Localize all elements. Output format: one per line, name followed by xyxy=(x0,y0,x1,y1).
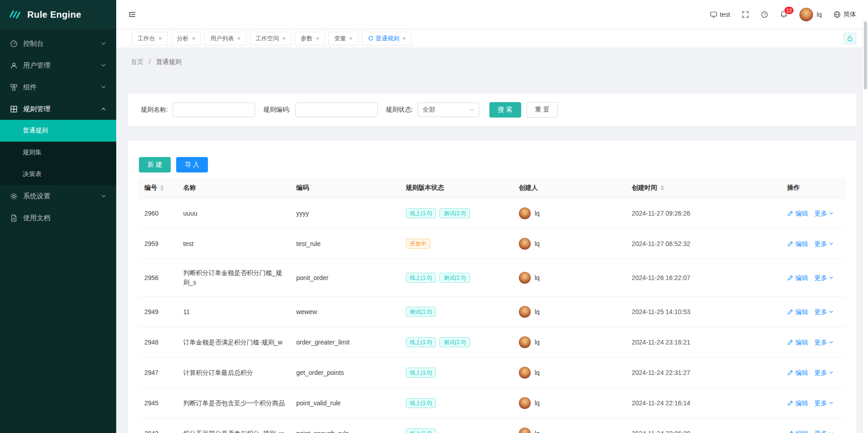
rule-name-input[interactable] xyxy=(173,103,255,117)
tab-workbench[interactable]: 工作台× xyxy=(132,32,168,45)
rule-version-tags: 测试(1.0) xyxy=(400,297,513,327)
tab-bar: 工作台×分析×用户列表×工作空间×参数×变量×普通规则× xyxy=(116,29,868,48)
sidebar-item-rule-management[interactable]: 规则管理 xyxy=(0,98,116,120)
rule-creator: lq xyxy=(513,358,626,388)
edit-link[interactable]: 编辑 xyxy=(787,368,808,378)
monitor-icon xyxy=(710,11,717,18)
new-button[interactable]: 新 建 xyxy=(139,157,171,172)
edit-link[interactable]: 编辑 xyxy=(787,399,808,408)
rule-name: uuuu xyxy=(178,198,291,229)
rule-name: 11 xyxy=(178,297,291,327)
avatar xyxy=(519,428,531,433)
sidebar-item-docs[interactable]: 使用文档 xyxy=(0,207,116,229)
tab-normal-rules[interactable]: 普通规则× xyxy=(362,32,412,45)
sidebar-item-console[interactable]: 控制台 xyxy=(0,33,116,54)
tab-user-list[interactable]: 用户列表× xyxy=(204,32,247,45)
edit-link[interactable]: 编辑 xyxy=(787,273,808,283)
notifications-button[interactable]: 12 xyxy=(780,10,788,18)
import-button[interactable]: 导 入 xyxy=(176,157,208,172)
edit-link[interactable]: 编辑 xyxy=(787,239,808,249)
edit-link[interactable]: 编辑 xyxy=(787,429,808,433)
edit-link[interactable]: 编辑 xyxy=(787,338,808,347)
search-button[interactable]: 搜 索 xyxy=(489,102,521,118)
actions-wrap: 编辑更多 xyxy=(787,368,840,378)
tab-analysis[interactable]: 分析× xyxy=(171,32,202,45)
actions-wrap: 编辑更多 xyxy=(787,307,840,317)
scrollbar-thumb[interactable] xyxy=(864,21,867,89)
row-actions: 编辑更多 xyxy=(782,418,845,433)
more-link[interactable]: 更多 xyxy=(814,209,833,218)
rule-code-field: 规则编码: xyxy=(263,103,378,117)
more-link[interactable]: 更多 xyxy=(814,239,833,249)
sidebar-item-rule-sets[interactable]: 规则集 xyxy=(0,142,116,163)
host-indicator[interactable]: test xyxy=(710,11,730,18)
menu-fold-icon[interactable] xyxy=(128,10,136,19)
close-icon[interactable]: × xyxy=(316,35,319,41)
created-time: 2024-11-26 16:22:07 xyxy=(626,259,782,297)
column-label: 创建人 xyxy=(519,184,538,192)
globe-icon xyxy=(833,11,841,18)
svg-text:?: ? xyxy=(764,12,766,17)
sidebar-item-decision-tables[interactable]: 决策表 xyxy=(0,163,116,185)
edit-link[interactable]: 编辑 xyxy=(787,209,808,218)
rule-version-tags: 线上(1.0)测试(2.0) xyxy=(400,327,513,358)
lock-icon[interactable] xyxy=(843,33,856,44)
sidebar-item-components[interactable]: 组件 xyxy=(0,76,116,98)
user-menu[interactable]: lq xyxy=(799,8,822,21)
more-link[interactable]: 更多 xyxy=(814,307,833,317)
chevron-down-icon xyxy=(469,108,474,113)
edit-link[interactable]: 编辑 xyxy=(787,307,808,317)
column-label: 名称 xyxy=(183,184,196,192)
user-avatar xyxy=(799,8,813,21)
tab-workspace[interactable]: 工作空间× xyxy=(250,32,292,45)
close-icon[interactable]: × xyxy=(282,35,286,41)
sidebar-item-normal-rules[interactable]: 普通规则 xyxy=(0,120,116,142)
close-icon[interactable]: × xyxy=(237,35,241,41)
more-link[interactable]: 更多 xyxy=(814,273,833,283)
close-icon[interactable]: × xyxy=(403,35,406,41)
rules-table: 编号名称编码规则版本状态创建人创建时间操作 2960uuuuyyyy线上(1.0… xyxy=(139,178,845,433)
creator-wrap: lq xyxy=(519,272,621,284)
tab-parameters[interactable]: 参数× xyxy=(295,32,325,45)
sort-icon[interactable] xyxy=(661,185,664,191)
more-link[interactable]: 更多 xyxy=(814,338,833,347)
fullscreen-icon[interactable] xyxy=(742,11,749,18)
locale-switcher[interactable]: 简体 xyxy=(833,10,856,19)
table-header-row: 编号名称编码规则版本状态创建人创建时间操作 xyxy=(139,178,845,198)
sidebar-item-label: 普通规则 xyxy=(23,127,48,135)
breadcrumb-home[interactable]: 首页 xyxy=(131,58,143,65)
chevron-down-icon xyxy=(101,84,106,90)
rule-status-select[interactable]: 全部 xyxy=(418,103,479,117)
rule-id: 2956 xyxy=(139,259,178,297)
row-actions: 编辑更多 xyxy=(782,327,845,358)
version-tag: 测试(2.0) xyxy=(439,208,470,218)
more-link[interactable]: 更多 xyxy=(814,429,833,433)
more-link[interactable]: 更多 xyxy=(814,368,833,378)
more-link[interactable]: 更多 xyxy=(814,399,833,408)
scrollbar-track[interactable] xyxy=(863,20,868,433)
sidebar-item-system-settings[interactable]: 系统设置 xyxy=(0,185,116,207)
rule-creator: lq xyxy=(513,297,626,327)
column-label: 创建时间 xyxy=(632,184,657,192)
close-icon[interactable]: × xyxy=(192,35,196,41)
logo: Rule Engine xyxy=(0,0,116,29)
reset-button[interactable]: 重 置 xyxy=(527,102,558,118)
avatar xyxy=(519,207,531,219)
column-header: 名称 xyxy=(178,178,291,198)
sidebar-item-user-management[interactable]: 用户管理 xyxy=(0,54,116,76)
rule-name: 判断订单是否包含至少一个积分商品 xyxy=(178,388,291,418)
search-panel: 规则名称: 规则编码: 规则状态: 全部 搜 索 xyxy=(128,93,856,126)
tab-variables[interactable]: 变量× xyxy=(328,32,359,45)
rule-id: 2945 xyxy=(139,388,178,418)
version-tag: 开发中 xyxy=(406,239,430,249)
rule-name: 计算积分订单最后总积分 xyxy=(178,358,291,388)
help-icon[interactable]: ? xyxy=(761,11,768,18)
sort-icon[interactable] xyxy=(160,185,164,191)
rule-status-field: 规则状态: 全部 xyxy=(386,103,479,117)
close-icon[interactable]: × xyxy=(349,35,353,41)
sidebar-item-label: 规则管理 xyxy=(23,105,50,113)
column-header: 编码 xyxy=(291,178,400,198)
rule-creator: lq xyxy=(513,229,626,259)
rule-code-input[interactable] xyxy=(295,103,378,117)
close-icon[interactable]: × xyxy=(158,35,162,41)
